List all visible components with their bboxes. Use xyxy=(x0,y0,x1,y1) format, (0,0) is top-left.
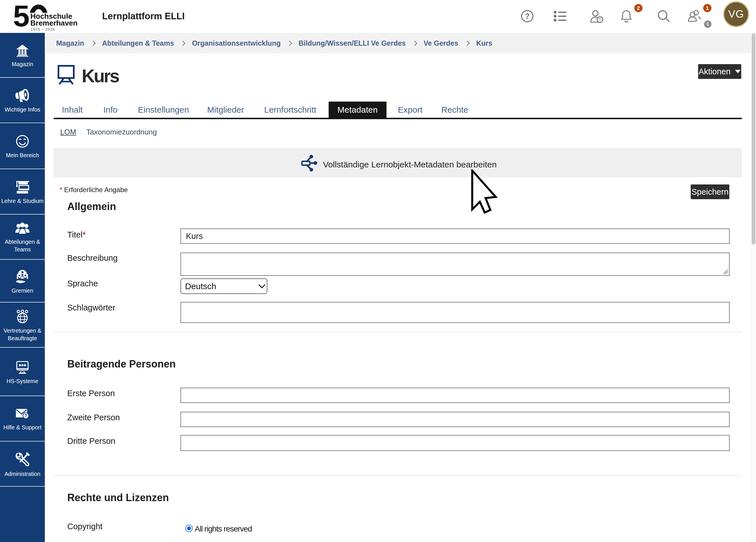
svg-text:!: ! xyxy=(599,17,601,22)
svg-text:?: ? xyxy=(24,413,27,419)
svg-text:?: ? xyxy=(525,12,530,20)
